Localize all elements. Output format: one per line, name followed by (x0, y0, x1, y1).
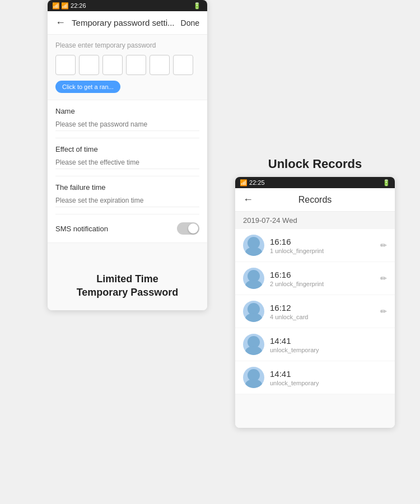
avatar-body (245, 313, 262, 322)
password-box-2[interactable] (79, 55, 99, 75)
password-section: Please enter temporary password Click to… (48, 35, 207, 100)
record-item: 16:12 4 unlock_card ✏ (235, 295, 395, 328)
record-info: 14:41 unlock_temporary (270, 336, 387, 353)
password-label: Please enter temporary password (55, 41, 199, 49)
record-info: 16:16 1 unlock_fingerprint (270, 237, 380, 254)
avatar (243, 268, 264, 289)
signal-icon: 📶 (52, 2, 60, 10)
promo-section: Limited Time Temporary Password (48, 243, 207, 310)
records-app-bar-title: Records (253, 195, 377, 205)
record-time: 16:16 (270, 237, 380, 246)
temp-password-panel: 📶 📶 22:26 🔋 ← Temporary password setti..… (48, 0, 207, 310)
avatar-body (245, 280, 262, 289)
avatar-body (245, 346, 262, 355)
status-right: 🔋 (193, 2, 203, 10)
record-info: 16:16 2 unlock_fingerprint (270, 270, 380, 287)
unlock-records-title: Unlock Records (235, 157, 395, 171)
records-status-right: 🔋 (382, 179, 390, 186)
edit-icon[interactable]: ✏ (380, 307, 387, 316)
records-app-bar: ← Records (235, 188, 395, 212)
password-box-6[interactable] (173, 55, 193, 75)
record-type: unlock_temporary (270, 347, 387, 353)
avatar-body (245, 379, 262, 388)
failure-time-group: The failure time (55, 176, 199, 214)
promo-line1: Limited Time (96, 273, 158, 284)
failure-time-input[interactable] (55, 197, 199, 207)
password-box-4[interactable] (126, 55, 146, 75)
avatar (243, 334, 264, 355)
record-item: 16:16 2 unlock_fingerprint ✏ (235, 262, 395, 295)
form-section: Name Effect of time The failure time SMS… (48, 100, 207, 243)
record-type: 4 unlock_card (270, 314, 380, 320)
records-status-bar: 📶 22:25 🔋 (235, 177, 395, 188)
name-input[interactable] (55, 120, 199, 131)
password-box-3[interactable] (102, 55, 123, 75)
password-box-1[interactable] (55, 55, 76, 75)
promo-text: Limited Time Temporary Password (77, 273, 179, 299)
app-bar-title: Temporary password setti... (72, 18, 174, 27)
records-footer (235, 394, 395, 428)
records-status-left: 📶 22:25 (240, 179, 265, 186)
sms-row: SMS notification (55, 214, 199, 242)
records-panel: 📶 22:25 🔋 ← Records 2019-07-24 Wed 16:16… (235, 177, 395, 428)
toggle-thumb (188, 223, 198, 234)
unlock-records-wrapper: Unlock Records 📶 22:25 🔋 ← Records 2019-… (235, 157, 395, 428)
avatar (243, 367, 264, 388)
record-type: 2 unlock_fingerprint (270, 281, 380, 287)
record-time: 14:41 (270, 369, 387, 379)
record-type: 1 unlock_fingerprint (270, 248, 380, 254)
record-item: 14:41 unlock_temporary (235, 328, 395, 361)
edit-icon[interactable]: ✏ (380, 241, 387, 250)
record-item: 14:41 unlock_temporary (235, 361, 395, 394)
effect-time-label: Effect of time (55, 145, 199, 153)
sms-label: SMS notification (55, 225, 108, 233)
edit-icon[interactable]: ✏ (380, 274, 387, 283)
status-bar-left: 📶 📶 22:26 🔋 (48, 0, 207, 11)
record-item: 16:16 1 unlock_fingerprint ✏ (235, 229, 395, 262)
promo-line2: Temporary Password (77, 287, 179, 298)
effect-time-input[interactable] (55, 158, 199, 169)
sms-toggle[interactable] (177, 222, 199, 235)
effect-time-group: Effect of time (55, 138, 199, 176)
record-time: 16:16 (270, 270, 380, 279)
record-info: 16:12 4 unlock_card (270, 303, 380, 320)
status-time: 📶 22:26 (61, 2, 86, 10)
random-button[interactable]: Click to get a ran... (55, 81, 120, 93)
name-group: Name (55, 100, 199, 138)
records-list: 16:16 1 unlock_fingerprint ✏ 16:16 2 unl… (235, 229, 395, 394)
date-header: 2019-07-24 Wed (235, 212, 395, 229)
name-label: Name (55, 107, 199, 115)
records-back-button[interactable]: ← (243, 194, 253, 206)
avatar (243, 301, 264, 322)
password-box-5[interactable] (150, 55, 170, 75)
avatar-body (245, 247, 262, 256)
password-boxes (55, 55, 199, 75)
record-type: unlock_temporary (270, 380, 387, 386)
avatar (243, 235, 264, 256)
record-time: 14:41 (270, 336, 387, 346)
done-button[interactable]: Done (181, 18, 199, 27)
app-bar: ← Temporary password setti... Done (48, 11, 207, 35)
back-button[interactable]: ← (55, 17, 66, 29)
record-info: 14:41 unlock_temporary (270, 369, 387, 386)
failure-time-label: The failure time (55, 183, 199, 192)
record-time: 16:12 (270, 303, 380, 312)
status-left: 📶 📶 22:26 (52, 2, 86, 10)
battery-icon: 🔋 (193, 2, 201, 10)
